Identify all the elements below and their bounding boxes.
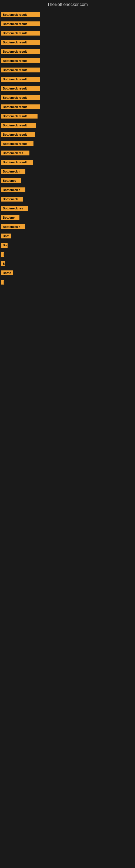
bottleneck-bar-21[interactable]: Bottleneck res xyxy=(1,206,28,211)
bar-row-6: Bottleneck result xyxy=(0,66,135,74)
bottleneck-bar-23[interactable]: Bottleneck r xyxy=(1,224,25,229)
bottleneck-bar-0[interactable]: Bottleneck result xyxy=(1,12,40,17)
bottleneck-bar-8[interactable]: Bottleneck result xyxy=(1,86,40,91)
bar-row-1: Bottleneck result xyxy=(0,20,135,28)
bar-row-3: Bottleneck result xyxy=(0,38,135,46)
bottleneck-bar-2[interactable]: Bottleneck result xyxy=(1,31,40,35)
bar-row-14: Bottleneck result xyxy=(0,140,135,148)
bottleneck-bar-13[interactable]: Bottleneck result xyxy=(1,132,35,137)
bottleneck-bar-11[interactable]: Bottleneck result xyxy=(1,114,38,119)
bottleneck-bar-3[interactable]: Bottleneck result xyxy=(1,40,40,45)
bottleneck-bar-20[interactable]: Bottleneck xyxy=(1,197,23,202)
bar-row-7: Bottleneck result xyxy=(0,75,135,84)
bottleneck-bar-25[interactable]: Bo xyxy=(1,243,8,248)
bar-row-20: Bottleneck xyxy=(0,195,135,204)
bottleneck-bar-4[interactable]: Bottleneck result xyxy=(1,49,40,54)
bottleneck-bar-24[interactable]: Bott xyxy=(1,234,11,239)
bar-row-23: Bottleneck r xyxy=(0,222,135,231)
bar-row-28: Bottle xyxy=(0,269,135,277)
bar-row-10: Bottleneck result xyxy=(0,102,135,111)
bottleneck-bar-22[interactable]: Bottlene xyxy=(1,215,19,220)
bar-row-25: Bo xyxy=(0,241,135,250)
bar-row-27: B xyxy=(0,259,135,268)
bar-row-5: Bottleneck result xyxy=(0,56,135,65)
bottleneck-bar-17[interactable]: Bottleneck r xyxy=(1,169,26,174)
bar-row-8: Bottleneck result xyxy=(0,84,135,93)
bar-row-0: Bottleneck result xyxy=(0,10,135,19)
bottleneck-bar-19[interactable]: Bottleneck r xyxy=(1,187,26,192)
bar-row-18: Bottlenec xyxy=(0,176,135,185)
bottleneck-bar-7[interactable]: Bottleneck result xyxy=(1,77,40,82)
bottleneck-bar-12[interactable]: Bottleneck result xyxy=(1,123,36,128)
bars-container: Bottleneck resultBottleneck resultBottle… xyxy=(0,10,135,286)
bar-row-17: Bottleneck r xyxy=(0,167,135,176)
bottleneck-bar-16[interactable]: Bottleneck result xyxy=(1,160,33,165)
bar-row-29: | xyxy=(0,278,135,286)
bottleneck-bar-1[interactable]: Bottleneck result xyxy=(1,22,40,26)
bottleneck-bar-27[interactable]: B xyxy=(1,261,5,266)
bottleneck-bar-26[interactable]: | xyxy=(1,252,4,257)
bottleneck-bar-6[interactable]: Bottleneck result xyxy=(1,67,40,72)
bottleneck-bar-10[interactable]: Bottleneck result xyxy=(1,104,40,109)
bottleneck-bar-28[interactable]: Bottle xyxy=(1,271,13,275)
bar-row-24: Bott xyxy=(0,231,135,240)
bottleneck-bar-9[interactable]: Bottleneck result xyxy=(1,95,40,100)
bar-row-12: Bottleneck result xyxy=(0,121,135,130)
bar-row-16: Bottleneck result xyxy=(0,158,135,166)
bar-row-21: Bottleneck res xyxy=(0,204,135,213)
bottleneck-bar-18[interactable]: Bottlenec xyxy=(1,178,21,183)
bar-row-9: Bottleneck result xyxy=(0,93,135,102)
bar-row-4: Bottleneck result xyxy=(0,47,135,56)
bottleneck-bar-14[interactable]: Bottleneck result xyxy=(1,141,34,146)
bar-row-15: Bottleneck res xyxy=(0,149,135,157)
site-title: TheBottlenecker.com xyxy=(0,0,135,10)
bar-row-26: | xyxy=(0,250,135,259)
bar-row-22: Bottlene xyxy=(0,213,135,222)
bar-row-19: Bottleneck r xyxy=(0,186,135,194)
bar-row-11: Bottleneck result xyxy=(0,112,135,120)
bottleneck-bar-5[interactable]: Bottleneck result xyxy=(1,58,40,63)
bar-row-13: Bottleneck result xyxy=(0,130,135,139)
bottleneck-bar-15[interactable]: Bottleneck res xyxy=(1,151,30,155)
bottleneck-bar-29[interactable]: | xyxy=(1,280,4,284)
bar-row-2: Bottleneck result xyxy=(0,29,135,37)
